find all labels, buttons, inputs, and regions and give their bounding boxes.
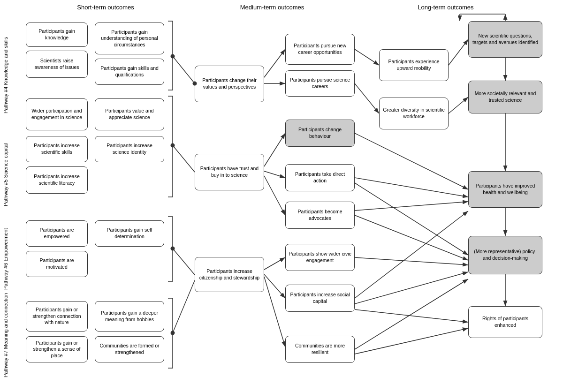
svg-line-15 <box>355 83 379 113</box>
long-term-header: Long-term outcomes <box>399 4 493 11</box>
node-sense-of-place: Participants gain or strengthen a sense … <box>26 336 88 362</box>
svg-line-14 <box>355 49 379 65</box>
svg-line-12 <box>264 274 285 298</box>
svg-line-24 <box>355 211 468 298</box>
node-pursue-science-careers: Participants pursue science careers <box>285 70 355 97</box>
svg-line-4 <box>173 249 195 275</box>
node-participants-motivated: Participants are motivated <box>26 251 88 277</box>
node-change-behaviour: Participants change behaviour <box>285 120 355 147</box>
svg-line-27 <box>355 279 468 349</box>
node-participants-gain-knowledge: Participants gain knowledge <box>26 23 88 47</box>
short-term-header: Short-term outcomes <box>47 4 164 11</box>
svg-line-21 <box>355 215 468 260</box>
svg-line-17 <box>449 97 468 113</box>
medium-term-header: Medium-term outcomes <box>225 4 319 11</box>
node-upward-mobility: Participants experience upward mobility <box>379 49 449 81</box>
node-rights-enhanced: Rights of participants enhanced <box>468 306 542 338</box>
svg-line-11 <box>264 257 285 270</box>
node-take-direct-action: Participants take direct action <box>285 164 355 191</box>
svg-line-25 <box>355 272 468 304</box>
node-connection-nature: Participants gain or strengthen connecti… <box>26 301 88 332</box>
pathway6-label: Pathway #6 Empowerment <box>3 225 10 293</box>
node-new-scientific-questions: New scientific questions, targets and av… <box>468 21 542 58</box>
node-wider-civic-engagement: Participants show wider civic engagement <box>285 244 355 271</box>
node-communities-resilient: Communities are more resilient <box>285 336 355 363</box>
node-citizenship-stewardship: Participants increase citizenship and st… <box>195 257 264 292</box>
node-scientists-raise-awareness: Scientists raise awareness of issues <box>26 51 88 78</box>
node-self-determination: Participants gain self determination <box>95 220 164 247</box>
node-wider-participation: Wider participation and engagement in sc… <box>26 98 88 130</box>
svg-line-20 <box>355 183 468 255</box>
node-diversity-workforce: Greater diversity in scientific workforc… <box>379 98 449 129</box>
node-increase-social-capital: Participants increase social capital <box>285 285 355 312</box>
svg-line-13 <box>264 277 285 347</box>
node-change-values-perspectives: Participants change their values and per… <box>195 66 264 102</box>
svg-line-9 <box>264 171 285 178</box>
diagram-container: Short-term outcomes Medium-term outcomes… <box>0 0 563 392</box>
svg-line-26 <box>355 309 468 322</box>
node-communities-formed: Communities are formed or strengthened <box>95 336 164 362</box>
svg-line-19 <box>355 178 468 197</box>
svg-line-23 <box>355 257 468 265</box>
svg-line-3 <box>173 145 195 172</box>
pathway4-label: Pathway #4 Knowledge and skills <box>3 28 10 122</box>
node-societally-relevant-science: More societally relevant and trusted sci… <box>468 81 542 113</box>
svg-line-22 <box>355 202 468 211</box>
node-increase-science-identity: Participants increase science identity <box>95 136 164 162</box>
node-understanding-personal-circumstances: Participants gain understanding of perso… <box>95 23 164 54</box>
svg-line-10 <box>264 176 285 215</box>
node-deeper-meaning-hobbies: Participants gain a deeper meaning from … <box>95 301 164 332</box>
node-increase-scientific-skills: Participants increase scientific skills <box>26 136 88 162</box>
node-improved-health-wellbeing: Participants have improved health and we… <box>468 171 542 208</box>
svg-line-28 <box>355 328 468 354</box>
pathway7-label: Pathway #7 Meaning and connection <box>3 300 10 377</box>
node-value-appreciate-science: Participants value and appreciate scienc… <box>95 98 164 130</box>
node-increase-scientific-literacy: Participants increase scientific literac… <box>26 166 88 194</box>
node-participants-empowered: Participants are empowered <box>26 220 88 247</box>
svg-line-6 <box>264 49 285 77</box>
svg-line-2 <box>173 56 195 83</box>
node-trust-buyin-science: Participants have trust and buy in to sc… <box>195 154 264 190</box>
pathway5-label: Pathway #5 Science capital <box>3 124 10 225</box>
node-policy-decision-making: (More representative) policy- and decisi… <box>468 236 542 274</box>
node-pursue-career-opportunities: Participants pursue new career opportuni… <box>285 34 355 65</box>
svg-line-16 <box>449 39 468 65</box>
svg-line-18 <box>355 133 468 189</box>
svg-line-8 <box>264 133 285 166</box>
svg-line-5 <box>173 280 195 333</box>
node-gain-skills-qualifications: Participants gain skills and qualificati… <box>95 59 164 85</box>
node-become-advocates: Participants become advocates <box>285 202 355 229</box>
